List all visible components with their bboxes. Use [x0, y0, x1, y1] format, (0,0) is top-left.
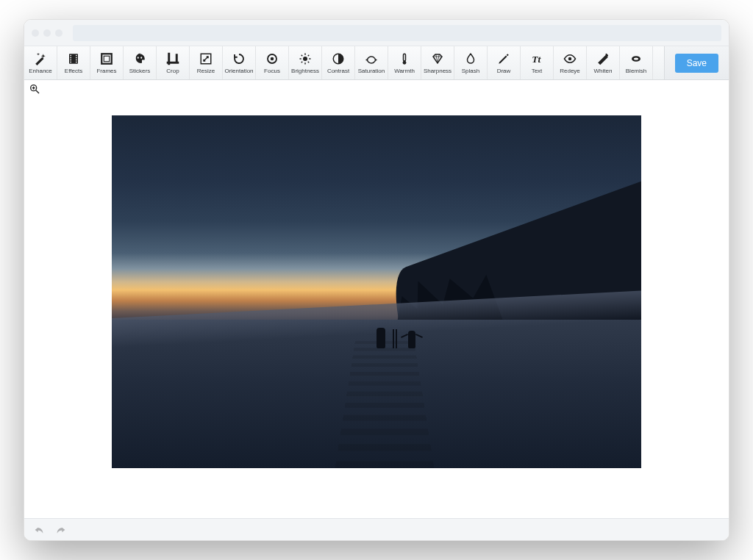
crop-icon — [165, 51, 180, 66]
focus-icon — [265, 51, 279, 66]
tool-label: Orientation — [224, 68, 253, 74]
zoom-in-icon[interactable] — [29, 85, 40, 97]
tool-label: Redeye — [560, 68, 580, 74]
tool-draw[interactable]: Draw — [488, 46, 521, 79]
tool-label: Brightness — [291, 68, 319, 74]
tool-splash[interactable]: Splash — [454, 46, 488, 79]
tool-strip: EnhanceEffectsFramesStickersCropResizeOr… — [24, 46, 664, 79]
splash-icon — [463, 51, 478, 66]
save-button[interactable]: Save — [675, 54, 718, 73]
wand-icon — [33, 51, 48, 66]
svg-rect-6 — [76, 57, 77, 59]
tool-brightness[interactable]: Brightness — [289, 46, 322, 79]
window-max-dot[interactable] — [55, 29, 63, 37]
tool-sharpness[interactable]: Sharpness — [421, 46, 454, 79]
tool-resize[interactable]: Resize — [190, 46, 223, 79]
tool-stickers[interactable]: Stickers — [124, 46, 157, 79]
tool-saturation[interactable]: Saturation — [355, 46, 388, 79]
tool-whiten[interactable]: Whiten — [587, 46, 620, 79]
svg-rect-7 — [76, 60, 77, 61]
svg-line-23 — [308, 55, 310, 57]
image-stage[interactable] — [24, 101, 729, 518]
tool-blemish[interactable]: Blemish — [620, 46, 653, 79]
tool-label: Frames — [96, 68, 116, 74]
footer-bar — [24, 518, 729, 540]
svg-point-29 — [568, 57, 572, 61]
diamond-icon — [430, 51, 445, 66]
tool-label: Stickers — [129, 68, 150, 74]
svg-text:Tt: Tt — [532, 54, 541, 65]
tool-label: Resize — [197, 68, 215, 74]
film-icon — [66, 51, 81, 66]
editor-toolbar: EnhanceEffectsFramesStickersCropResizeOr… — [24, 46, 729, 80]
svg-point-27 — [403, 61, 407, 65]
tool-label: Contrast — [327, 68, 349, 74]
tool-text[interactable]: TtText — [521, 46, 554, 79]
save-area: Save — [664, 46, 729, 79]
whiten-icon — [596, 51, 610, 66]
tool-label: Warmth — [394, 68, 415, 74]
tool-label: Enhance — [29, 68, 52, 74]
tool-redeye[interactable]: Redeye — [554, 46, 587, 79]
tool-label: Focus — [264, 68, 280, 74]
sticker-icon — [132, 51, 147, 66]
tool-crop[interactable]: Crop — [157, 46, 190, 79]
tool-label: Splash — [462, 68, 479, 74]
zoom-controls — [24, 80, 729, 101]
contrast-icon — [331, 51, 346, 66]
browser-chrome — [24, 20, 729, 46]
svg-point-15 — [271, 57, 274, 61]
pencil-icon — [496, 51, 511, 66]
tool-enhance[interactable]: Enhance — [24, 46, 57, 79]
eye-icon — [563, 51, 577, 66]
tool-orientation[interactable]: Orientation — [223, 46, 256, 79]
svg-point-31 — [634, 58, 638, 60]
svg-rect-4 — [71, 62, 72, 63]
svg-rect-8 — [76, 62, 77, 63]
sun-icon — [298, 51, 313, 66]
svg-point-16 — [303, 57, 307, 61]
thermometer-icon — [397, 51, 412, 66]
tool-contrast[interactable]: Contrast — [322, 46, 355, 79]
browser-window: EnhanceEffectsFramesStickersCropResizeOr… — [24, 19, 729, 541]
svg-rect-10 — [104, 56, 110, 62]
tool-label: Crop — [166, 68, 179, 74]
svg-rect-9 — [101, 54, 112, 64]
resize-icon — [199, 51, 213, 66]
tool-label: Effects — [65, 68, 82, 74]
svg-line-22 — [308, 62, 310, 63]
saturation-icon — [364, 51, 379, 66]
frame-icon — [99, 51, 114, 66]
tool-warmth[interactable]: Warmth — [388, 46, 421, 79]
tool-label: Sharpness — [424, 68, 452, 74]
tool-focus[interactable]: Focus — [256, 46, 289, 79]
svg-line-24 — [301, 62, 303, 63]
svg-line-33 — [36, 90, 39, 93]
svg-point-12 — [140, 57, 142, 58]
window-close-dot[interactable] — [32, 29, 39, 37]
tool-label: Draw — [497, 68, 511, 74]
edited-photo[interactable] — [112, 115, 641, 468]
tool-label: Saturation — [358, 68, 385, 74]
svg-rect-5 — [76, 55, 77, 57]
svg-rect-26 — [404, 54, 406, 61]
undo-icon[interactable] — [33, 524, 45, 536]
tool-label: Whiten — [594, 68, 613, 74]
text-icon: Tt — [529, 51, 544, 66]
svg-rect-2 — [71, 57, 72, 59]
window-min-dot[interactable] — [43, 29, 51, 37]
blemish-icon — [629, 51, 643, 66]
svg-rect-3 — [71, 60, 72, 61]
rotate-icon — [232, 51, 246, 66]
svg-point-11 — [138, 57, 139, 58]
tool-label: Blemish — [626, 68, 646, 74]
svg-line-21 — [301, 55, 303, 57]
tool-label: Text — [532, 68, 543, 74]
tool-frames[interactable]: Frames — [90, 46, 124, 79]
redo-icon[interactable] — [55, 524, 67, 536]
url-bar[interactable] — [73, 25, 721, 41]
canvas-area — [24, 80, 729, 518]
svg-rect-1 — [71, 55, 72, 57]
tool-effects[interactable]: Effects — [57, 46, 90, 79]
